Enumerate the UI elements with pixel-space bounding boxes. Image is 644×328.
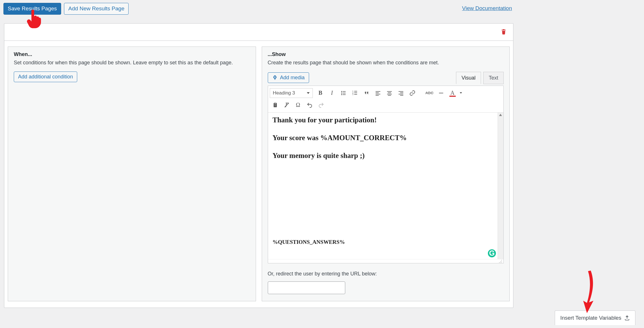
redirect-label: Or, redirect the user by entering the UR…: [268, 271, 504, 277]
horizontal-rule-button[interactable]: [436, 88, 447, 99]
svg-point-4: [341, 94, 342, 95]
editor-scrollbar[interactable]: [498, 113, 503, 259]
save-button[interactable]: Save Results Pages: [3, 3, 61, 15]
wysiwyg-editor: Heading 3 B I 123: [268, 86, 504, 263]
svg-rect-1: [343, 91, 346, 92]
align-right-button[interactable]: [395, 88, 406, 99]
results-page-card: When... Set conditions for when this pag…: [4, 23, 513, 308]
svg-rect-3: [343, 93, 346, 93]
content-line-3: Your memory is quite sharp ;): [273, 152, 493, 160]
svg-point-31: [501, 262, 502, 263]
bullet-list-button[interactable]: [338, 88, 349, 99]
svg-rect-9: [354, 92, 357, 93]
show-pane: ...Show Create the results page that sho…: [262, 47, 510, 301]
svg-rect-23: [400, 95, 403, 96]
upload-icon: [624, 315, 630, 321]
special-char-button[interactable]: Ω: [293, 100, 304, 111]
redirect-url-input[interactable]: [268, 281, 345, 294]
svg-rect-18: [387, 94, 392, 94]
svg-rect-21: [400, 92, 403, 93]
content-bottom: %QUESTIONS_ANSWERS%: [273, 239, 345, 245]
tab-visual[interactable]: Visual: [456, 72, 481, 84]
view-documentation-link[interactable]: View Documentation: [462, 5, 512, 11]
align-left-button[interactable]: [373, 88, 383, 99]
trash-icon[interactable]: [501, 28, 507, 36]
svg-rect-26: [274, 103, 276, 104]
when-description: Set conditions for when this page should…: [14, 59, 250, 66]
svg-rect-11: [354, 94, 357, 95]
add-media-label: Add media: [280, 75, 305, 81]
bold-button[interactable]: B: [315, 88, 326, 99]
heading-select[interactable]: Heading 3: [270, 88, 313, 98]
add-results-page-button[interactable]: Add New Results Page: [64, 3, 129, 15]
show-description: Create the results page that should be s…: [268, 59, 504, 66]
editor-toolbar: Heading 3 B I 123: [268, 86, 504, 113]
show-title: ...Show: [268, 51, 504, 57]
svg-rect-13: [375, 92, 379, 93]
svg-rect-7: [354, 91, 357, 92]
numbered-list-button[interactable]: 123: [350, 88, 360, 99]
svg-rect-15: [375, 95, 379, 96]
top-toolbar: Save Results Pages Add New Results Page …: [0, 0, 644, 15]
tab-text[interactable]: Text: [483, 72, 504, 84]
blockquote-button[interactable]: [361, 88, 372, 99]
add-condition-button[interactable]: Add additional condition: [14, 72, 77, 82]
svg-point-2: [341, 92, 342, 94]
svg-point-33: [499, 262, 500, 263]
content-line-2: Your score was %AMOUNT_CORRECT%: [273, 134, 493, 142]
add-media-button[interactable]: Add media: [268, 72, 309, 83]
insert-template-variables-button[interactable]: Insert Template Variables: [555, 310, 635, 325]
redo-button[interactable]: [316, 100, 327, 111]
grammarly-icon[interactable]: G: [488, 249, 496, 257]
svg-point-30: [500, 261, 501, 262]
editor-tabs: Visual Text: [456, 72, 504, 84]
content-line-1: Thank you for your participation!: [273, 116, 493, 124]
align-center-button[interactable]: [384, 88, 395, 99]
text-color-caret[interactable]: [459, 92, 463, 94]
svg-rect-17: [388, 92, 391, 93]
media-icon: [272, 75, 278, 80]
text-color-button[interactable]: A: [447, 88, 458, 99]
link-button[interactable]: [407, 88, 418, 99]
svg-rect-12: [375, 91, 380, 92]
svg-point-29: [501, 261, 502, 262]
when-pane: When... Set conditions for when this pag…: [8, 47, 256, 301]
svg-rect-14: [375, 94, 380, 94]
undo-button[interactable]: [304, 100, 315, 111]
paste-text-button[interactable]: T: [270, 100, 281, 111]
svg-rect-20: [398, 91, 403, 92]
down-arrow-icon: [579, 271, 597, 314]
svg-rect-19: [388, 95, 391, 96]
svg-text:T: T: [274, 104, 276, 107]
svg-text:3: 3: [352, 93, 353, 95]
italic-button[interactable]: I: [327, 88, 337, 99]
card-header: [4, 24, 513, 40]
insert-template-variables-label: Insert Template Variables: [560, 315, 621, 321]
svg-rect-16: [387, 91, 392, 92]
resize-grip[interactable]: [268, 259, 504, 263]
svg-rect-24: [439, 93, 443, 93]
when-title: When...: [14, 51, 250, 57]
svg-rect-5: [343, 94, 346, 95]
svg-rect-22: [398, 94, 403, 94]
svg-point-0: [341, 91, 342, 92]
svg-point-32: [500, 262, 501, 263]
clear-formatting-button[interactable]: [281, 100, 292, 111]
editor-content[interactable]: Thank you for your participation! Your s…: [268, 113, 498, 259]
svg-point-28: [501, 260, 502, 261]
strikethrough-button[interactable]: ABC: [424, 88, 435, 99]
